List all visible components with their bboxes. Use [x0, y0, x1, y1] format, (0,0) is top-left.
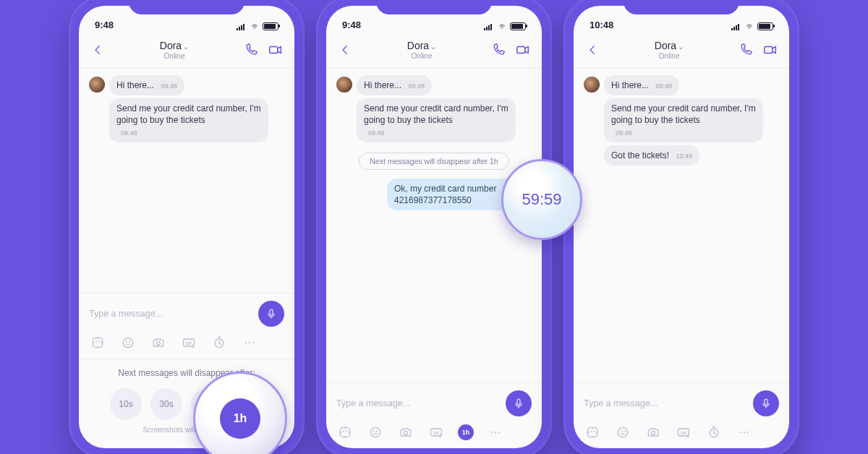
more-icon[interactable]	[241, 334, 258, 351]
message-list[interactable]: Hi there... 09:48 Send me your credit ca…	[326, 68, 542, 382]
mic-button[interactable]	[753, 390, 779, 416]
notch	[129, 0, 244, 14]
emoji-icon[interactable]	[119, 334, 137, 351]
svg-point-39	[624, 431, 625, 432]
chat-title[interactable]: Dora⌄ Online	[354, 39, 490, 60]
wifi-icon	[250, 23, 260, 30]
timer-chip-active[interactable]: 1h	[458, 424, 474, 440]
message-bubble[interactable]: Got the tickets! 10:48	[604, 145, 699, 166]
emoji-icon[interactable]	[614, 424, 631, 441]
svg-rect-1	[270, 46, 278, 53]
spotlight-countdown: 59:59	[501, 159, 582, 240]
svg-point-30	[498, 432, 500, 433]
svg-text:GIF: GIF	[186, 341, 192, 346]
timer-icon[interactable]	[210, 334, 228, 351]
gif-icon[interactable]: GIF	[427, 424, 445, 441]
wifi-icon	[744, 23, 754, 30]
timer-option-1h-selected[interactable]: 1h	[220, 398, 260, 439]
back-icon[interactable]	[584, 41, 601, 59]
message-bubble[interactable]: Hi there... 09:48	[357, 75, 432, 95]
chevron-down-icon: ⌄	[430, 43, 436, 51]
call-icon[interactable]	[490, 41, 507, 59]
timer-icon[interactable]	[705, 424, 723, 441]
message-list[interactable]: Hi there... 09:48 Send me your credit ca…	[574, 68, 789, 382]
call-icon[interactable]	[737, 41, 754, 59]
message-text: Hi there...	[364, 80, 401, 90]
gif-icon[interactable]: GIF	[180, 334, 197, 351]
message-time: 09:48	[655, 82, 672, 90]
svg-point-21	[346, 431, 347, 432]
svg-point-5	[99, 341, 100, 342]
message-bubble[interactable]: Send me your credit card number, I'm goi…	[109, 98, 268, 142]
cellular-icon	[237, 23, 247, 30]
sticker-icon[interactable]	[89, 334, 106, 351]
svg-point-22	[370, 427, 380, 437]
message-time: 09:48	[408, 82, 425, 90]
message-bubble[interactable]: Send me your credit card number, I'm goi…	[357, 98, 516, 142]
tool-row: GIF 1h	[336, 424, 532, 441]
gif-icon[interactable]: GIF	[675, 424, 692, 441]
svg-point-14	[249, 342, 250, 343]
sticker-icon[interactable]	[584, 424, 601, 441]
svg-point-38	[621, 431, 622, 432]
contact-status: Online	[106, 52, 242, 60]
back-icon[interactable]	[89, 41, 106, 59]
more-icon[interactable]	[736, 424, 753, 441]
message-list[interactable]: Hi there... 09:48 Send me your credit ca…	[79, 68, 294, 293]
avatar[interactable]	[89, 77, 105, 93]
chat-header: Dora⌄ Online	[79, 32, 294, 68]
back-icon[interactable]	[336, 41, 354, 59]
status-clock: 10:48	[590, 20, 613, 30]
message-bubble[interactable]: Send me your credit card number, I'm goi…	[604, 98, 763, 142]
timer-option-10s[interactable]: 10s	[110, 388, 142, 420]
message-text: Ok, my credit card number 42169873771785…	[394, 184, 496, 205]
message-input[interactable]: Type a message...	[336, 398, 498, 408]
svg-point-15	[252, 342, 254, 343]
svg-text:GIF: GIF	[681, 431, 686, 435]
sticker-icon[interactable]	[336, 424, 354, 441]
svg-point-6	[123, 338, 132, 347]
call-icon[interactable]	[242, 41, 260, 59]
notch	[624, 0, 739, 14]
emoji-icon[interactable]	[367, 424, 384, 441]
mic-button[interactable]	[506, 390, 532, 416]
svg-rect-32	[765, 46, 773, 53]
chat-title[interactable]: Dora⌄ Online	[106, 39, 242, 60]
message-time: 09:48	[161, 82, 177, 90]
input-area: Type a message... GIF	[574, 382, 789, 448]
chat-title[interactable]: Dora⌄ Online	[601, 39, 737, 60]
message-bubble[interactable]: Hi there... 09:48	[604, 75, 679, 95]
timer-option-30s[interactable]: 30s	[150, 388, 182, 420]
wifi-icon	[497, 23, 507, 30]
input-area: Type a message... GIF 1h	[326, 382, 542, 448]
contact-name: Dora	[407, 40, 429, 51]
message-row: Send me your credit card number, I'm goi…	[336, 98, 532, 142]
message-text: Send me your credit card number, I'm goi…	[364, 103, 509, 125]
avatar[interactable]	[584, 77, 600, 93]
avatar[interactable]	[336, 77, 352, 93]
svg-point-23	[374, 431, 375, 432]
svg-point-0	[255, 28, 255, 29]
message-bubble[interactable]: Hi there... 09:48	[109, 75, 184, 95]
mic-button[interactable]	[258, 301, 284, 327]
message-time: 09:48	[616, 129, 632, 137]
message-input[interactable]: Type a message...	[89, 309, 251, 319]
video-icon[interactable]	[267, 41, 284, 59]
countdown-timer: 59:59	[522, 190, 561, 209]
svg-point-28	[491, 432, 493, 433]
status-right-icons	[731, 22, 773, 30]
camera-icon[interactable]	[397, 424, 414, 441]
more-icon[interactable]	[487, 424, 504, 441]
message-text: Got the tickets!	[611, 150, 669, 160]
message-time: 09:48	[368, 129, 385, 137]
message-text: Hi there...	[116, 80, 154, 90]
message-row: Got the tickets! 10:48	[584, 145, 779, 166]
message-text: Send me your credit card number, I'm goi…	[611, 103, 756, 125]
video-icon[interactable]	[514, 41, 532, 59]
camera-icon[interactable]	[644, 424, 662, 441]
tool-row: GIF	[89, 334, 284, 351]
video-icon[interactable]	[762, 41, 779, 59]
camera-icon[interactable]	[150, 334, 167, 351]
svg-point-44	[740, 432, 741, 433]
message-input[interactable]: Type a message...	[584, 398, 746, 408]
